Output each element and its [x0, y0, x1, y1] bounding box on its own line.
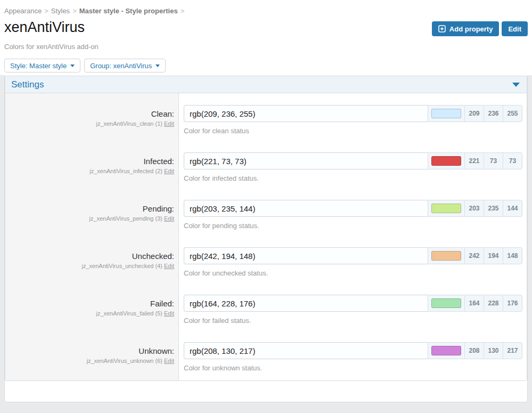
property-row: Failed: jz_xenAntiVirus_failed (5) Edit … [5, 295, 527, 325]
page-subtitle: Colors for xenAntiVirus add-on [4, 43, 528, 51]
property-meta-name: jz_xenAntiVirus_infected (2) [89, 168, 162, 174]
swatch-cell [428, 248, 465, 264]
breadcrumb-separator: > [44, 7, 48, 15]
property-description: Color for clean status [184, 127, 522, 135]
property-label-cell: Failed: jz_xenAntiVirus_failed (5) Edit [5, 295, 178, 325]
property-label: Clean: [5, 109, 174, 118]
color-value-input[interactable] [184, 105, 428, 122]
property-label-cell: Clean: jz_xenAntiVirus_clean (1) Edit [5, 105, 178, 135]
property-meta-name: jz_xenAntiVirus_failed (5) [96, 310, 162, 317]
property-row: Unchecked: jz_xenAntiVirus_unchecked (4)… [5, 247, 527, 277]
color-swatch [431, 204, 461, 213]
chevron-down-icon [70, 64, 75, 67]
color-swatch [431, 109, 461, 118]
property-value-cell: 209 236 255 Color for clean status [178, 105, 527, 135]
property-edit-link[interactable]: Edit [164, 310, 174, 317]
color-value-input[interactable] [184, 200, 428, 217]
property-description: Color for infected status. [184, 174, 522, 182]
rgb-preview-group: 242 194 148 [428, 247, 522, 264]
rgb-blue-value: 144 [503, 200, 522, 216]
edit-button[interactable]: Edit [502, 21, 528, 36]
rgb-red-value: 242 [465, 248, 484, 264]
property-label: Unchecked: [5, 252, 174, 261]
rgb-green-value: 235 [484, 200, 503, 216]
breadcrumb: Appearance>Styles>Master style - Style p… [4, 0, 528, 15]
property-edit-link[interactable]: Edit [164, 215, 174, 222]
property-label: Unknown: [5, 346, 174, 355]
property-edit-link[interactable]: Edit [164, 263, 174, 269]
breadcrumb-separator: > [72, 7, 77, 15]
property-description: Color for pending status. [184, 222, 522, 230]
color-swatch [431, 346, 461, 355]
property-meta-name: jz_xenAntiVirus_pending (3) [89, 215, 162, 222]
property-label-cell: Infected: jz_xenAntiVirus_infected (2) E… [5, 152, 178, 182]
property-row: Unknown: jz_xenAntiVirus_unknown (6) Edi… [5, 342, 527, 372]
breadcrumb-current: Master style - Style properties [79, 7, 178, 15]
color-value-input[interactable] [184, 295, 428, 312]
collapse-toggle-icon[interactable] [512, 83, 520, 87]
property-meta: jz_xenAntiVirus_infected (2) Edit [5, 168, 174, 174]
rgb-preview-group: 164 228 176 [428, 295, 522, 312]
filter-row: Style: Master style Group: xenAntiVirus [4, 59, 528, 72]
property-row: Infected: jz_xenAntiVirus_infected (2) E… [5, 152, 527, 182]
settings-section: Settings Clean: jz_xenAntiVirus_clean (1… [5, 76, 527, 381]
rgb-blue-value: 255 [503, 106, 522, 122]
rgb-preview-group: 221 73 73 [428, 152, 522, 169]
property-description: Color for failed status. [184, 317, 522, 325]
rgb-green-value: 194 [484, 248, 503, 264]
rgb-green-value: 228 [484, 295, 503, 311]
property-edit-link[interactable]: Edit [164, 358, 174, 364]
color-value-input[interactable] [184, 342, 428, 359]
group-selector-label: Group: xenAntiVirus [90, 62, 152, 70]
swatch-cell [428, 200, 465, 216]
rgb-preview-group: 209 236 255 [428, 105, 522, 122]
rgb-red-value: 164 [465, 295, 484, 311]
property-meta: jz_xenAntiVirus_clean (1) Edit [5, 120, 174, 127]
breadcrumb-link-styles[interactable]: Styles [51, 7, 70, 15]
property-value-cell: 221 73 73 Color for infected status. [178, 152, 527, 182]
header-buttons: Add property Edit [432, 19, 528, 36]
chevron-down-icon [155, 64, 160, 67]
property-list: Clean: jz_xenAntiVirus_clean (1) Edit 20… [5, 105, 527, 372]
property-meta: jz_xenAntiVirus_failed (5) Edit [5, 310, 174, 317]
rgb-red-value: 209 [465, 106, 484, 122]
style-selector-label: Style: Master style [10, 62, 67, 70]
style-selector-button[interactable]: Style: Master style [4, 59, 80, 72]
color-value-input[interactable] [184, 247, 428, 264]
rgb-preview-group: 203 235 144 [428, 200, 522, 217]
rgb-blue-value: 176 [503, 295, 522, 311]
property-label: Infected: [5, 157, 174, 166]
edit-button-label: Edit [508, 25, 521, 33]
rgb-preview-group: 208 130 217 [428, 342, 522, 359]
property-label-cell: Unchecked: jz_xenAntiVirus_unchecked (4)… [5, 247, 178, 277]
settings-section-title: Settings [11, 79, 44, 90]
property-value-cell: 242 194 148 Color for unchecked status. [178, 247, 527, 277]
breadcrumb-separator: > [181, 7, 185, 15]
property-description: Color for unchecked status. [184, 269, 522, 277]
settings-section-header[interactable]: Settings [5, 76, 527, 93]
add-property-button[interactable]: Add property [432, 21, 500, 36]
rgb-blue-value: 148 [503, 248, 522, 264]
rgb-green-value: 73 [484, 153, 503, 169]
breadcrumb-link-appearance[interactable]: Appearance [4, 7, 42, 15]
property-edit-link[interactable]: Edit [164, 168, 174, 174]
color-swatch [431, 298, 461, 308]
property-meta: jz_xenAntiVirus_pending (3) Edit [5, 215, 174, 222]
property-description: Color for unknown status. [184, 364, 522, 372]
swatch-cell [428, 295, 465, 311]
add-property-label: Add property [449, 25, 493, 33]
property-meta-name: jz_xenAntiVirus_clean (1) [96, 120, 162, 127]
rgb-green-value: 130 [484, 343, 503, 359]
property-label: Pending: [5, 204, 174, 213]
rgb-green-value: 236 [484, 106, 503, 122]
color-value-input[interactable] [184, 152, 428, 169]
property-label-cell: Pending: jz_xenAntiVirus_pending (3) Edi… [5, 200, 178, 230]
swatch-cell [428, 343, 465, 359]
property-label: Failed: [5, 299, 174, 308]
add-plus-icon [438, 25, 446, 33]
property-value-cell: 164 228 176 Color for failed status. [178, 295, 527, 325]
property-edit-link[interactable]: Edit [164, 120, 174, 127]
group-selector-button[interactable]: Group: xenAntiVirus [84, 59, 166, 72]
property-label-cell: Unknown: jz_xenAntiVirus_unknown (6) Edi… [5, 342, 178, 372]
property-meta-name: jz_xenAntiVirus_unknown (6) [87, 358, 162, 364]
